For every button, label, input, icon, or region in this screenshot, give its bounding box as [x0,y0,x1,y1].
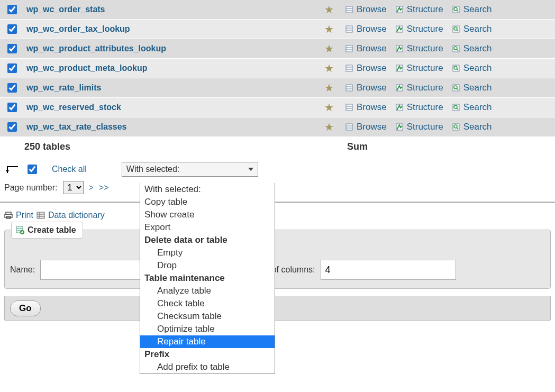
summary-row: 250 tables Sum [0,137,555,157]
browse-action[interactable]: Browse [345,4,387,15]
row-checkbox[interactable] [7,83,17,93]
create-table-icon [16,226,24,234]
structure-label: Structure [407,24,443,34]
page-number-select[interactable]: 1 [63,181,84,194]
table-name-link[interactable]: wp_wc_product_meta_lookup [26,63,323,73]
name-field-label: Name: [10,265,35,275]
favorite-icon[interactable]: ★ [323,81,335,94]
search-action[interactable]: Search [452,122,492,132]
dropdown-option[interactable]: Analyze table [140,285,275,297]
row-checkbox[interactable] [7,63,17,73]
page-number-label: Page number: [4,183,58,193]
search-action[interactable]: Search [452,4,492,15]
browse-label: Browse [357,4,387,15]
favorite-icon[interactable]: ★ [323,3,335,16]
svg-rect-21 [346,65,352,71]
dictionary-icon [37,211,45,220]
structure-action[interactable]: Structure [395,102,443,113]
dropdown-option[interactable]: Empty [140,247,275,259]
search-action[interactable]: Search [452,43,492,54]
dropdown-option[interactable]: Copy table [140,196,275,208]
row-checkbox[interactable] [7,44,17,53]
row-checkbox[interactable] [7,24,17,34]
bulk-action-select[interactable]: With selected: [122,162,258,177]
search-action[interactable]: Search [452,102,492,113]
search-action[interactable]: Search [452,24,492,34]
favorite-icon[interactable]: ★ [323,101,335,114]
table-name-link[interactable]: wp_wc_product_attributes_lookup [26,44,323,53]
structure-action[interactable]: Structure [395,122,443,132]
dropdown-option[interactable]: With selected: [140,183,275,196]
search-label: Search [463,102,492,113]
table-row: wp_wc_order_tax_lookup★BrowseStructureSe… [0,20,555,39]
browse-action[interactable]: Browse [345,63,387,74]
structure-label: Structure [407,43,443,54]
separator [0,202,555,203]
svg-rect-35 [346,104,352,111]
structure-action[interactable]: Structure [395,24,443,34]
page-last[interactable]: >> [99,183,109,193]
structure-action[interactable]: Structure [395,4,443,15]
browse-label: Browse [357,63,387,74]
search-action[interactable]: Search [452,83,492,93]
dropdown-option[interactable]: Export [140,221,275,234]
go-button[interactable]: Go [10,300,41,316]
printer-icon [4,211,13,220]
table-name-link[interactable]: wp_wc_rate_limits [26,83,323,93]
favorite-icon[interactable]: ★ [323,62,335,75]
structure-action[interactable]: Structure [395,83,443,93]
structure-action[interactable]: Structure [395,63,443,74]
search-label: Search [463,63,492,74]
bulk-action-dropdown[interactable]: With selected:Copy tableShow createExpor… [140,183,275,321]
search-label: Search [463,4,492,15]
table-row: wp_wc_order_stats★BrowseStructureSearch [0,0,555,20]
table-name-link[interactable]: wp_wc_order_tax_lookup [26,24,323,34]
svg-rect-42 [346,124,352,130]
table-name-link[interactable]: wp_wc_reserved_stock [26,103,323,112]
structure-label: Structure [407,63,443,74]
dropdown-group: Table maintenance [140,272,275,285]
row-checkbox[interactable] [7,5,17,14]
page-next[interactable]: > [89,183,94,193]
create-table-badge: Create table [11,222,83,239]
structure-label: Structure [407,83,443,93]
browse-label: Browse [357,122,387,132]
dropdown-option[interactable]: Show create [140,208,275,221]
table-row: wp_wc_reserved_stock★BrowseStructureSear… [0,98,555,117]
structure-label: Structure [407,122,443,132]
svg-rect-14 [346,45,352,52]
columns-count-input[interactable] [321,260,456,280]
favorite-icon[interactable]: ★ [323,23,335,35]
browse-label: Browse [357,102,387,113]
favorite-icon[interactable]: ★ [323,121,335,133]
dropdown-option[interactable]: Checksum table [140,310,275,321]
dropdown-option[interactable]: Check table [140,297,275,310]
search-label: Search [463,43,492,54]
structure-label: Structure [407,4,443,15]
browse-action[interactable]: Browse [345,43,387,54]
browse-label: Browse [357,24,387,34]
check-all-label[interactable]: Check all [52,165,87,174]
browse-action[interactable]: Browse [345,83,387,93]
browse-action[interactable]: Browse [345,122,387,132]
search-label: Search [463,122,492,132]
table-name-link[interactable]: wp_wc_order_stats [26,5,323,14]
search-action[interactable]: Search [452,63,492,74]
create-table-badge-label: Create table [28,225,76,235]
row-checkbox[interactable] [7,103,17,112]
browse-action[interactable]: Browse [345,24,387,34]
print-link[interactable]: Print [4,211,33,220]
dropdown-option[interactable]: Drop [140,259,275,272]
bulk-action-select-text: With selected: [126,165,179,174]
row-checkbox[interactable] [7,122,17,132]
data-dictionary-link[interactable]: Data dictionary [37,211,105,220]
browse-action[interactable]: Browse [345,102,387,113]
svg-rect-0 [346,6,352,13]
structure-action[interactable]: Structure [395,43,443,54]
favorite-icon[interactable]: ★ [323,42,335,55]
table-name-link[interactable]: wp_wc_tax_rate_classes [26,122,323,132]
svg-rect-50 [5,214,12,217]
check-all-checkbox[interactable] [28,165,37,174]
structure-label: Structure [407,102,443,113]
tools-row: Print Data dictionary [0,211,555,230]
